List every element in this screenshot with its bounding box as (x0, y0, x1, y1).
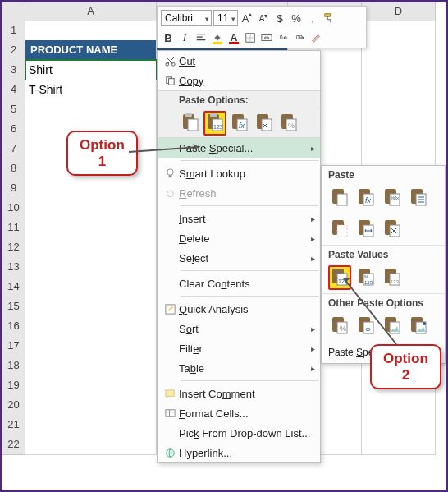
row-header[interactable]: 2 (2, 40, 25, 61)
menu-clear-contents[interactable]: Clear Contents (158, 274, 320, 293)
col-header-A[interactable]: A (25, 2, 157, 21)
align-icon[interactable] (194, 30, 208, 46)
row-header[interactable]: 21 (2, 415, 25, 435)
cell[interactable] (25, 277, 157, 297)
paste-all-icon[interactable] (179, 111, 202, 136)
fill-color-icon[interactable] (210, 30, 225, 46)
paste-linked-picture-icon[interactable] (407, 314, 430, 338)
cell[interactable] (25, 316, 157, 337)
paste-values-icon[interactable]: 123 (203, 111, 226, 136)
menu-sort[interactable]: Sort▸ (158, 319, 320, 338)
cell[interactable] (362, 99, 436, 120)
row-header[interactable]: 20 (2, 395, 25, 416)
row-header[interactable]: 7 (2, 139, 25, 159)
row-header[interactable]: 8 (2, 159, 25, 179)
select-all-corner[interactable] (2, 2, 25, 21)
row-header[interactable]: 4 (2, 80, 25, 100)
cell-A3[interactable]: Shirt (25, 60, 157, 80)
paste-formulas-number-icon[interactable]: %fx (381, 186, 404, 210)
menu-quick-analysis[interactable]: Quick Analysis (158, 299, 320, 319)
menu-hyperlink[interactable]: Hyperlink... (158, 443, 320, 462)
paste-keep-width-icon[interactable] (354, 217, 377, 241)
cell[interactable] (25, 435, 157, 455)
paste-transpose-icon[interactable] (253, 111, 276, 136)
cell[interactable] (25, 198, 157, 218)
menu-format-cells[interactable]: Format Cells... (158, 403, 320, 423)
decrease-decimal-icon[interactable]: .0 (276, 30, 290, 46)
cell[interactable] (25, 99, 157, 120)
row-header[interactable]: 12 (2, 237, 25, 258)
menu-filter[interactable]: Filter▸ (158, 338, 320, 358)
menu-copy[interactable]: Copy (158, 71, 320, 90)
menu-select[interactable]: Select▸ (158, 248, 320, 268)
format-painter-icon[interactable] (322, 10, 336, 26)
row-header[interactable]: 10 (2, 198, 25, 218)
cell[interactable] (25, 21, 157, 41)
cell[interactable] (362, 415, 436, 435)
cell[interactable] (362, 40, 436, 61)
paste-transpose-icon[interactable] (381, 217, 404, 241)
paste-no-borders-icon[interactable] (328, 217, 351, 241)
row-header[interactable]: 16 (2, 316, 25, 337)
cell[interactable] (362, 139, 436, 159)
row-header[interactable]: 18 (2, 356, 25, 376)
menu-smart-lookup[interactable]: Smart Lookup (158, 163, 320, 183)
menu-insert[interactable]: Insert▸ (158, 209, 320, 228)
cell[interactable] (25, 375, 157, 396)
menu-insert-comment[interactable]: Insert Comment (158, 384, 320, 403)
cell-product-name-header[interactable]: PRODUCT NAME (25, 40, 157, 61)
paste-formulas-icon[interactable]: fx (228, 111, 251, 136)
menu-cut[interactable]: Cut (158, 51, 320, 71)
font-size-select[interactable]: 11 (213, 10, 238, 26)
row-header[interactable]: 14 (2, 277, 25, 297)
increase-decimal-icon[interactable]: .00 (292, 30, 307, 46)
row-header[interactable]: 5 (2, 99, 25, 120)
borders-icon[interactable] (243, 30, 258, 46)
cell[interactable] (25, 356, 157, 376)
cell[interactable] (25, 178, 157, 199)
paste-keep-source-icon[interactable] (407, 186, 430, 210)
cell[interactable] (25, 257, 157, 278)
menu-table[interactable]: Table▸ (158, 358, 320, 378)
cell[interactable] (362, 395, 436, 416)
row-header[interactable]: 22 (2, 435, 25, 455)
row-header[interactable]: 15 (2, 297, 25, 317)
cell[interactable] (25, 237, 157, 258)
cell[interactable] (362, 60, 436, 80)
accounting-format-icon[interactable]: $ (272, 10, 287, 26)
col-header-D[interactable]: D (362, 2, 436, 21)
menu-pick-from-list[interactable]: Pick From Drop-down List... (158, 423, 320, 443)
cell[interactable] (25, 336, 157, 356)
row-header[interactable]: 17 (2, 336, 25, 356)
row-header[interactable]: 6 (2, 119, 25, 140)
percent-format-icon[interactable]: % (289, 10, 304, 26)
cell[interactable] (25, 297, 157, 317)
cell[interactable] (25, 218, 157, 238)
comma-format-icon[interactable]: , (305, 10, 320, 26)
cell[interactable] (362, 435, 436, 455)
row-header[interactable]: 3 (2, 60, 25, 80)
cell[interactable] (25, 395, 157, 416)
menu-delete[interactable]: Delete▸ (158, 228, 320, 248)
increase-font-icon[interactable]: A▴ (240, 10, 254, 26)
cell[interactable] (25, 415, 157, 435)
decrease-font-icon[interactable]: A▾ (256, 10, 271, 26)
row-header[interactable]: 1 (2, 21, 25, 41)
paste-formulas-icon[interactable]: fx (354, 186, 377, 210)
cell[interactable] (362, 80, 436, 100)
font-select[interactable]: Calibri (161, 10, 212, 26)
cell-A4[interactable]: T-Shirt (25, 80, 157, 100)
italic-button[interactable]: I (177, 30, 192, 46)
cell[interactable] (362, 119, 436, 140)
bold-button[interactable]: B (161, 30, 176, 46)
cell[interactable] (362, 21, 436, 41)
paste-formatting-icon[interactable]: % (277, 111, 300, 136)
row-header[interactable]: 19 (2, 375, 25, 396)
row-header[interactable]: 11 (2, 218, 25, 238)
row-header[interactable]: 13 (2, 257, 25, 278)
paste-all-icon[interactable] (328, 186, 351, 210)
row-header[interactable]: 9 (2, 178, 25, 199)
clear-formatting-icon[interactable] (309, 30, 323, 46)
merge-center-icon[interactable] (259, 30, 274, 46)
font-color-icon[interactable]: A (226, 30, 241, 46)
